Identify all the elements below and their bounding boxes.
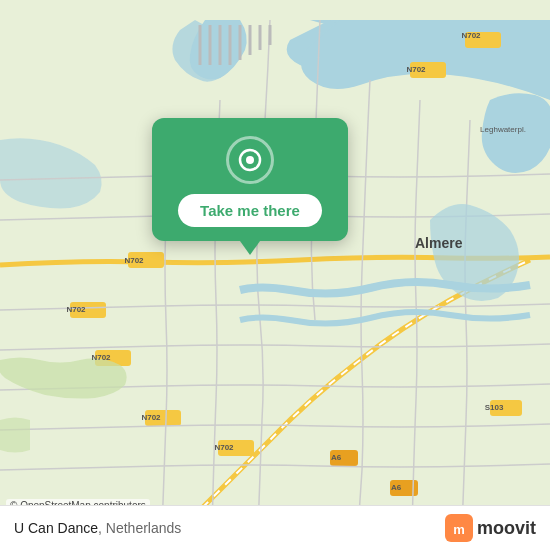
svg-text:N702: N702 — [66, 305, 86, 314]
location-pin-icon — [238, 148, 262, 172]
take-me-there-button[interactable]: Take me there — [178, 194, 322, 227]
svg-text:Leghwaterpl.: Leghwaterpl. — [480, 125, 526, 134]
svg-text:S103: S103 — [485, 403, 504, 412]
location-name: U Can Dance — [14, 520, 98, 536]
map-background: Leghwaterpl. Almere N702 N702 N702 N702 … — [0, 0, 550, 550]
svg-text:A6: A6 — [391, 483, 402, 492]
svg-text:N702: N702 — [91, 353, 111, 362]
location-country: , Netherlands — [98, 520, 181, 536]
popup-tail — [240, 241, 260, 255]
map-container: Leghwaterpl. Almere N702 N702 N702 N702 … — [0, 0, 550, 550]
svg-text:N702: N702 — [214, 443, 234, 452]
svg-point-32 — [246, 156, 254, 164]
popup-card: Take me there — [152, 118, 348, 241]
bottom-bar: U Can Dance, Netherlands m moovit — [0, 505, 550, 550]
moovit-text: moovit — [477, 518, 536, 539]
svg-text:N702: N702 — [124, 256, 144, 265]
svg-text:Almere: Almere — [415, 235, 463, 251]
location-info: U Can Dance, Netherlands — [14, 519, 181, 537]
svg-text:A6: A6 — [331, 453, 342, 462]
moovit-icon: m — [445, 514, 473, 542]
svg-text:N702: N702 — [406, 65, 426, 74]
svg-text:N702: N702 — [141, 413, 161, 422]
location-icon-wrapper — [226, 136, 274, 184]
svg-text:N702: N702 — [461, 31, 481, 40]
svg-text:m: m — [453, 522, 465, 537]
moovit-logo: m moovit — [445, 514, 536, 542]
